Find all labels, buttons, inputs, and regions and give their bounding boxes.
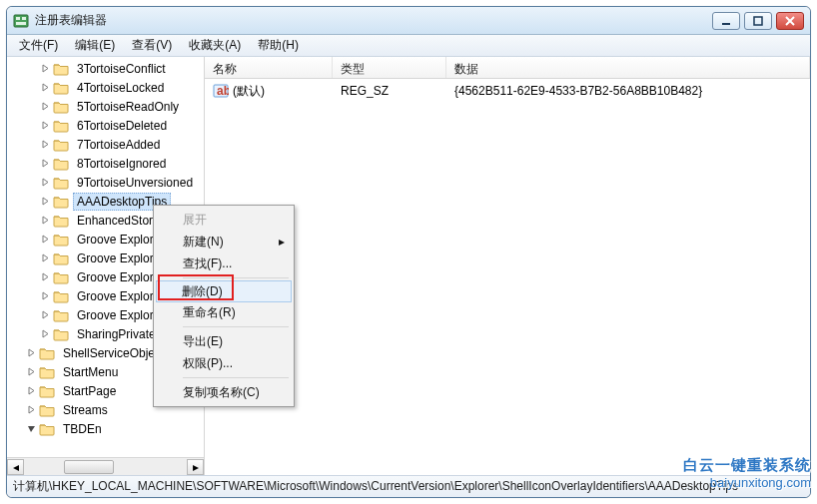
- menu-item-label: 查找(F)...: [183, 255, 232, 272]
- menu-file[interactable]: 文件(F): [11, 35, 66, 56]
- tree-item[interactable]: 8TortoiseIgnored: [7, 154, 204, 173]
- tree-item[interactable]: 9TortoiseUnversioned: [7, 173, 204, 192]
- tree-item-label: TBDEn: [59, 420, 106, 438]
- collapse-icon[interactable]: [25, 423, 37, 435]
- value-data: {4562B511-62E9-4533-B7B2-56A8BB10B482}: [446, 84, 810, 98]
- folder-icon: [39, 365, 55, 379]
- value-row[interactable]: ab (默认) REG_SZ {4562B511-62E9-4533-B7B2-…: [205, 81, 810, 101]
- menu-view[interactable]: 查看(V): [124, 35, 180, 56]
- expand-icon[interactable]: [25, 404, 37, 416]
- menu-edit[interactable]: 编辑(E): [67, 35, 123, 56]
- tree-item-label: StartPage: [59, 382, 120, 400]
- folder-icon: [53, 252, 69, 265]
- folder-icon: [53, 176, 69, 190]
- expand-icon[interactable]: [25, 366, 37, 378]
- expand-icon[interactable]: [39, 215, 51, 227]
- expand-icon[interactable]: [39, 177, 51, 189]
- menubar: 文件(F) 编辑(E) 查看(V) 收藏夹(A) 帮助(H): [7, 35, 810, 57]
- expand-icon[interactable]: [25, 347, 37, 359]
- folder-icon: [53, 327, 69, 341]
- col-header-type[interactable]: 类型: [333, 57, 446, 78]
- folder-icon: [53, 270, 69, 284]
- tree-item-label: Groove Explor: [73, 306, 158, 324]
- expand-icon[interactable]: [39, 234, 51, 246]
- expand-icon[interactable]: [39, 120, 51, 132]
- tree-item-label: 6TortoiseDeleted: [73, 117, 171, 135]
- folder-icon: [53, 308, 69, 322]
- menu-separator: [183, 277, 289, 278]
- tree-item-label: 7TortoiseAdded: [73, 136, 164, 154]
- tree-item[interactable]: TBDEn: [7, 419, 204, 438]
- tree-item-label: ShellServiceObje: [59, 344, 159, 362]
- expand-icon[interactable]: [39, 82, 51, 94]
- svg-rect-1: [16, 17, 20, 20]
- col-header-data[interactable]: 数据: [446, 57, 810, 78]
- tree-item-label: Groove Explor: [73, 287, 158, 305]
- folder-icon: [39, 422, 55, 436]
- expand-icon[interactable]: [39, 328, 51, 340]
- tree-item-label: Groove Explor: [73, 231, 158, 249]
- folder-icon: [53, 100, 69, 114]
- folder-icon: [39, 403, 55, 417]
- folder-icon: [53, 195, 69, 209]
- menu-item-label: 删除(D): [182, 283, 223, 300]
- window-title: 注册表编辑器: [35, 12, 712, 29]
- expand-icon[interactable]: [25, 385, 37, 397]
- folder-icon: [53, 119, 69, 133]
- expand-icon[interactable]: [39, 158, 51, 170]
- menu-item-label: 新建(N): [183, 234, 224, 251]
- svg-rect-3: [16, 22, 26, 25]
- folder-icon: [53, 62, 69, 76]
- tree-item-label: Groove Explor: [73, 268, 158, 286]
- expand-icon[interactable]: [39, 139, 51, 151]
- expand-icon[interactable]: [39, 252, 51, 264]
- expand-icon[interactable]: [39, 63, 51, 75]
- context-menu-item[interactable]: 权限(P)...: [157, 352, 291, 374]
- tree-item-label: Groove Explor: [73, 250, 158, 267]
- tree-item-label: 5TortoiseReadOnly: [73, 98, 183, 116]
- menu-separator: [183, 326, 289, 327]
- tree-item-label: StartMenu: [59, 363, 122, 381]
- scroll-right-arrow[interactable]: ▸: [187, 459, 204, 475]
- expand-icon[interactable]: [39, 309, 51, 321]
- scrollbar-thumb[interactable]: [64, 460, 114, 474]
- context-menu-item[interactable]: 导出(E): [157, 330, 291, 352]
- submenu-arrow-icon: ▸: [279, 235, 285, 249]
- context-menu-item[interactable]: 重命名(R): [157, 301, 291, 323]
- expand-icon[interactable]: [39, 101, 51, 113]
- client-area: 3TortoiseConflict4TortoiseLocked5Tortois…: [7, 57, 810, 475]
- tree-item[interactable]: 3TortoiseConflict: [7, 59, 204, 78]
- menu-favorites[interactable]: 收藏夹(A): [181, 35, 249, 56]
- context-menu-item[interactable]: 复制项名称(C): [157, 381, 291, 403]
- tree-item-label: 4TortoiseLocked: [73, 79, 168, 97]
- value-name: (默认): [233, 83, 265, 100]
- menu-help[interactable]: 帮助(H): [250, 35, 307, 56]
- value-list-pane: 名称 类型 数据 ab (默认) REG_SZ {4562B511-62E9-4…: [205, 57, 810, 475]
- folder-icon: [53, 81, 69, 95]
- minimize-button[interactable]: [712, 12, 740, 30]
- tree-item[interactable]: 5TortoiseReadOnly: [7, 97, 204, 116]
- col-header-name[interactable]: 名称: [205, 57, 333, 78]
- tree-item[interactable]: 6TortoiseDeleted: [7, 116, 204, 135]
- svg-text:ab: ab: [217, 84, 229, 98]
- list-body[interactable]: ab (默认) REG_SZ {4562B511-62E9-4533-B7B2-…: [205, 79, 810, 475]
- expand-icon[interactable]: [39, 196, 51, 208]
- titlebar[interactable]: 注册表编辑器: [7, 7, 810, 35]
- context-menu-item[interactable]: 新建(N)▸: [157, 231, 291, 252]
- tree-item-label: Streams: [59, 401, 112, 419]
- maximize-button[interactable]: [744, 12, 772, 30]
- context-menu: 展开新建(N)▸查找(F)...删除(D)重命名(R)导出(E)权限(P)...…: [153, 205, 295, 407]
- tree-horizontal-scrollbar[interactable]: ◂ ▸: [7, 457, 204, 475]
- context-menu-item: 展开: [157, 209, 291, 231]
- string-value-icon: ab: [213, 83, 229, 99]
- tree-item-label: SharingPrivate: [73, 325, 160, 343]
- context-menu-item[interactable]: 删除(D): [156, 280, 292, 302]
- close-button[interactable]: [776, 12, 804, 30]
- tree-item[interactable]: 4TortoiseLocked: [7, 78, 204, 97]
- scroll-left-arrow[interactable]: ◂: [7, 459, 24, 475]
- tree-item-label: EnhancedStor: [73, 212, 157, 230]
- expand-icon[interactable]: [39, 271, 51, 283]
- tree-item[interactable]: 7TortoiseAdded: [7, 135, 204, 154]
- expand-icon[interactable]: [39, 290, 51, 302]
- context-menu-item[interactable]: 查找(F)...: [157, 252, 291, 274]
